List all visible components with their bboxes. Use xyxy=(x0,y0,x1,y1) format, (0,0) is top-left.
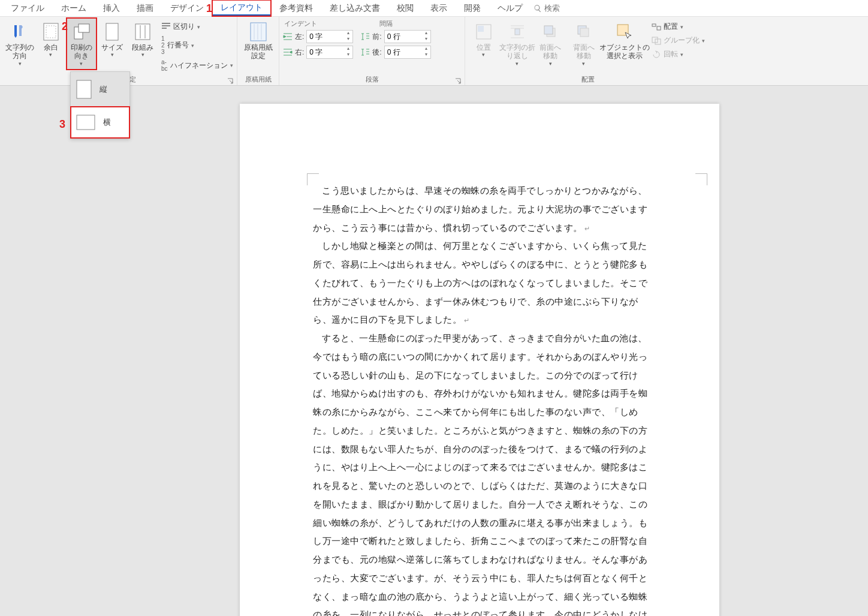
indent-left-label: 左: xyxy=(295,32,304,42)
margin-corner xyxy=(695,173,707,185)
breaks-button[interactable]: 区切り▾ xyxy=(159,20,234,33)
svg-rect-8 xyxy=(251,23,266,41)
spacing-after-icon xyxy=(360,48,370,56)
svg-rect-19 xyxy=(544,26,553,34)
tab-home[interactable]: ホーム xyxy=(53,1,95,16)
tab-layout[interactable]: レイアウト xyxy=(212,0,271,16)
group-label-genko: 原稿用紙 xyxy=(240,75,276,85)
search-input[interactable] xyxy=(544,4,592,13)
tab-developer[interactable]: 開発 xyxy=(456,1,489,16)
tab-file[interactable]: ファイル xyxy=(2,1,53,16)
search-icon xyxy=(534,4,542,13)
line-numbers-button[interactable]: 123行番号▾ xyxy=(159,34,234,56)
svg-rect-14 xyxy=(515,29,520,35)
orientation-portrait[interactable]: 縦 xyxy=(71,72,129,107)
wrap-icon xyxy=(509,23,526,40)
margins-button[interactable]: 余白▾ xyxy=(36,18,65,61)
bring-forward-button: 前面へ 移動▾ xyxy=(535,18,567,70)
annotation-3: 3 xyxy=(59,118,65,131)
text-direction-button[interactable]: 文字列の 方向▾ xyxy=(5,18,35,70)
group-genko: 原稿用紙 設定 原稿用紙 xyxy=(237,17,279,85)
svg-rect-23 xyxy=(652,24,656,26)
spin-down[interactable]: ▾ xyxy=(422,52,430,58)
tab-view[interactable]: 表示 xyxy=(422,1,456,16)
group-label-paragraph: 段落 xyxy=(282,75,462,85)
spin-down[interactable]: ▾ xyxy=(422,37,430,43)
svg-rect-24 xyxy=(657,26,661,30)
group-paragraph: インデント 間隔 左:▴▾ 右:▴▾ 前:▴▾ 後:▴▾ 段落 xyxy=(279,17,465,85)
annotation-2: 2 xyxy=(62,20,68,33)
tab-references[interactable]: 参考資料 xyxy=(271,1,321,16)
indent-label: インデント xyxy=(282,18,320,28)
selection-pane-button[interactable]: オブジェクトの 選択と表示 xyxy=(601,18,648,63)
dialog-launcher-icon[interactable] xyxy=(227,78,233,84)
para-mark: ↵ xyxy=(462,317,469,324)
spacing-before-icon xyxy=(360,32,370,41)
align-button[interactable]: 配置▾ xyxy=(649,20,709,33)
orientation-icon xyxy=(73,23,91,41)
genko-settings-button[interactable]: 原稿用紙 設定 xyxy=(240,18,276,63)
svg-rect-5 xyxy=(135,24,150,40)
align-icon xyxy=(652,23,661,31)
text-direction-icon xyxy=(11,23,29,41)
columns-button[interactable]: 段組み▾ xyxy=(128,18,158,61)
document-area: こう思いましたからは、早速その蜘蛛の糸を両手でしっかりとつかみながら、一生懸命に… xyxy=(0,86,868,616)
orientation-menu: 縦 横 xyxy=(70,71,130,139)
breaks-icon xyxy=(161,23,171,31)
spin-down[interactable]: ▾ xyxy=(344,37,352,43)
portrait-icon xyxy=(76,79,92,100)
tab-design[interactable]: デザイン xyxy=(162,1,212,16)
indent-right-icon xyxy=(283,48,293,56)
size-icon xyxy=(106,23,119,41)
para-mark: ↵ xyxy=(583,225,590,232)
group-arrange: 位置▾ 文字列の折 り返し▾ 前面へ 移動▾ 背面へ 移動▾ オブジェクトの 選… xyxy=(465,17,711,85)
bring-forward-icon xyxy=(542,23,559,40)
annotation-1: 1 xyxy=(206,2,212,15)
position-button: 位置▾ xyxy=(468,18,500,61)
send-backward-icon xyxy=(575,23,592,40)
svg-rect-4 xyxy=(106,23,118,40)
margins-icon xyxy=(43,23,59,41)
landscape-icon xyxy=(76,114,96,131)
group-label-arrange: 配置 xyxy=(468,75,709,85)
orientation-landscape[interactable]: 横 xyxy=(71,107,129,138)
rotate-icon xyxy=(652,50,661,59)
columns-icon xyxy=(135,23,150,40)
ribbon-layout: 文字列の 方向▾ 余白▾ 印刷の 向き▾ サイズ▾ 段組み▾ 区切り▾ 123行… xyxy=(0,17,868,86)
svg-rect-27 xyxy=(77,80,91,98)
dialog-launcher-icon[interactable] xyxy=(455,78,461,84)
tab-mailings[interactable]: 差し込み文書 xyxy=(321,1,388,16)
orientation-button[interactable]: 印刷の 向き▾ xyxy=(67,18,96,70)
send-backward-button: 背面へ 移動▾ xyxy=(568,18,600,70)
search-box[interactable] xyxy=(534,4,592,13)
page[interactable]: こう思いましたからは、早速その蜘蛛の糸を両手でしっかりとつかみながら、一生懸命に… xyxy=(240,104,719,616)
tab-review[interactable]: 校閲 xyxy=(388,1,422,16)
spin-down[interactable]: ▾ xyxy=(344,52,352,58)
rotate-button: 回転▾ xyxy=(649,48,709,61)
position-icon xyxy=(475,23,492,40)
indent-left-icon xyxy=(283,32,293,41)
size-button[interactable]: サイズ▾ xyxy=(98,18,127,61)
wrap-text-button: 文字列の折 り返し▾ xyxy=(501,18,534,70)
group-icon xyxy=(652,37,661,45)
tab-strip: ファイル ホーム 挿入 描画 デザイン レイアウト 参考資料 差し込み文書 校閲… xyxy=(0,0,868,17)
svg-rect-13 xyxy=(478,26,484,32)
svg-rect-3 xyxy=(79,24,89,32)
hyphenation-button[interactable]: a-bcハイフネーション▾ xyxy=(159,58,234,73)
svg-rect-28 xyxy=(77,115,95,130)
group-objects-button: グループ化▾ xyxy=(649,34,709,47)
indent-right-label: 右: xyxy=(295,47,304,58)
spacing-before-label: 前: xyxy=(372,32,381,42)
selection-pane-icon xyxy=(616,23,634,41)
tab-help[interactable]: ヘルプ xyxy=(489,1,531,16)
margin-corner xyxy=(307,173,319,185)
body-paragraph[interactable]: すると、一生懸命にのぼった甲斐があって、さっきまで自分がいた血の池は、今ではもう… xyxy=(313,333,647,616)
genko-icon xyxy=(249,22,267,42)
spacing-after-label: 後: xyxy=(372,47,381,58)
body-paragraph[interactable]: しかし地獄と極楽との間は、何万里となくございますから、いくら焦って見た所で、容易… xyxy=(313,241,647,324)
body-paragraph[interactable]: こう思いましたからは、早速その蜘蛛の糸を両手でしっかりとつかみながら、一生懸命に… xyxy=(313,185,647,233)
tab-draw[interactable]: 描画 xyxy=(128,1,162,16)
spacing-label: 間隔 xyxy=(377,18,395,28)
svg-rect-21 xyxy=(580,28,589,37)
tab-insert[interactable]: 挿入 xyxy=(95,1,128,16)
